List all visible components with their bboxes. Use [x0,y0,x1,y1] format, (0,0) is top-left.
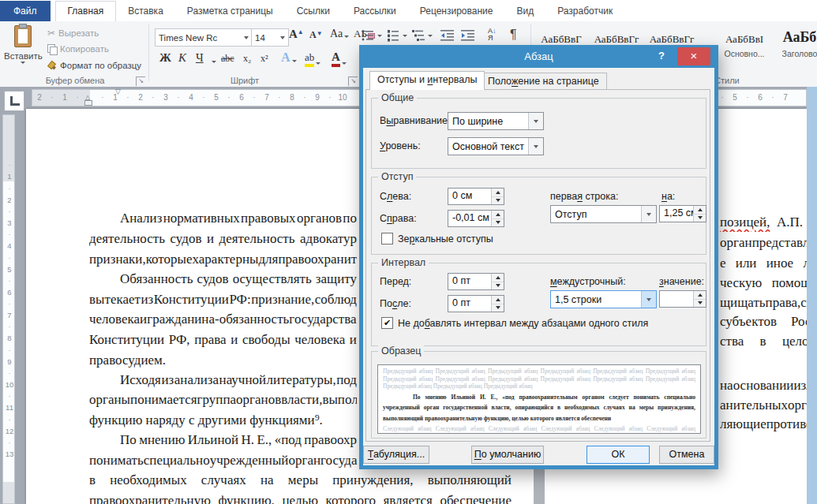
spin-down-button[interactable] [492,197,504,205]
dialog-tab-indents[interactable]: Отступы и интервалы [369,71,485,90]
tab-review[interactable]: Рецензирование [408,2,505,21]
superscript-button[interactable]: х² [260,53,268,65]
cut-button[interactable]: ✂ Вырезать [47,28,99,39]
font-family-combo[interactable]: Times New Rc [155,28,253,47]
chevron-down-icon [244,36,249,39]
outline-level-label: Уровень: [380,140,421,151]
sort-az-icon: А↓Я [488,27,497,42]
alignment-label: Выравнивание: [380,115,451,126]
highlight-color-button[interactable]: ab [305,51,320,67]
increase-indent-button[interactable] [461,29,475,44]
at-spinner[interactable] [659,290,706,308]
clipboard-group-label: Буфер обмена [24,76,126,85]
style-item-normal[interactable]: АаБбВвІОсновно... [718,33,770,68]
indent-left-spinner[interactable]: 0 см [448,188,504,205]
set-default-button[interactable]: По умолчанию [471,446,544,464]
tab-home[interactable]: Главная [55,1,117,21]
format-painter-icon [47,61,57,70]
by-spinner[interactable]: 1,25 см [659,205,706,222]
bullet-list-button[interactable] [362,29,382,43]
document-text-line: правосудием. [89,353,166,370]
paste-button[interactable]: Вставить [4,25,42,74]
space-after-spinner[interactable]: 0 пт [448,295,504,312]
spin-up-button[interactable] [492,189,504,197]
tab-view[interactable]: Вид [504,2,545,21]
sample-next-text: Следующий абзац Следующий абзац Следующи… [383,425,695,434]
vertical-scrollbar[interactable] [807,87,817,504]
spin-up-button[interactable] [492,296,504,304]
shrink-font-button[interactable]: А▼ [309,29,323,41]
close-icon[interactable]: × [677,47,710,65]
first-line-combo[interactable]: Отступ [550,205,657,223]
numbered-list-button[interactable] [387,29,407,43]
subscript-button[interactable]: х₂ [243,53,251,65]
tabs-button[interactable]: Табуляция... [363,446,429,464]
no-space-same-style-checkbox[interactable]: ✔ Не добавлять интервал между абзацами о… [381,317,648,329]
tab-mailings[interactable]: Рассылки [342,2,408,21]
change-case-button[interactable]: Аа [330,28,349,40]
document-text-line: функцию наряду с другими функциями⁹. [89,413,323,430]
multilevel-list-button[interactable] [412,29,433,43]
show-marks-button[interactable]: ¶ [510,28,517,42]
multilevel-list-icon [412,29,425,42]
font-color-button[interactable]: А [332,50,347,67]
spin-up-button[interactable] [694,291,706,300]
space-before-spinner[interactable]: 0 пт [448,273,504,290]
tab-page-layout[interactable]: Разметка страницы [175,2,285,21]
spin-down-button[interactable] [694,300,706,308]
chevron-down-icon[interactable] [528,113,543,129]
chevron-down-icon [280,36,285,39]
sort-button[interactable]: А↓Я [488,28,505,43]
scissors-icon: ✂ [47,28,55,39]
style-item-heading[interactable]: АаБбЗаголово [774,29,817,64]
font-dialog-launcher-icon[interactable]: ↘ [348,77,358,86]
chevron-down-icon[interactable] [641,291,656,308]
tab-developer[interactable]: Разработчик [545,2,624,21]
ok-button[interactable]: ОК [587,446,650,464]
first-line-label: первая строка: [550,191,618,202]
ribbon-tab-bar: Файл Главная Вставка Разметка страницы С… [0,0,817,22]
spin-up-button[interactable] [694,206,706,215]
spin-up-button[interactable] [492,274,504,282]
text-effects-button[interactable]: А [281,50,297,65]
outline-level-combo[interactable]: Основной текст [448,137,544,155]
spin-down-button[interactable] [492,304,504,312]
tab-insert[interactable]: Вставка [116,2,175,21]
strikethrough-button[interactable]: abc [221,53,234,65]
tab-references[interactable]: Ссылки [285,2,342,21]
tab-file[interactable]: Файл [0,1,51,21]
help-icon[interactable]: ? [658,50,665,62]
styles-group-label: Стили [714,76,762,85]
by-label: на: [661,191,675,202]
spin-down-button[interactable] [694,215,706,222]
bold-button[interactable]: Ж [159,51,171,65]
alignment-combo[interactable]: По ширине [448,112,544,130]
document-text-line-page2: щищатьправа,сво [720,295,817,312]
spin-down-button[interactable] [492,219,504,227]
italic-button[interactable]: К [178,51,186,65]
bullet-list-icon [362,29,374,42]
chevron-down-icon[interactable] [528,138,543,155]
general-caption: Общие [378,92,417,103]
underline-button[interactable]: Ч [196,51,204,65]
spin-up-button[interactable] [492,211,504,219]
decrease-indent-button[interactable] [440,29,455,44]
mirror-indents-checkbox[interactable]: Зеркальные отступы [381,233,493,245]
checkbox-icon [381,233,393,245]
chevron-down-icon[interactable] [641,206,656,222]
line-spacing-label: междустрочный: [550,276,626,287]
document-text-line: Анализнормативныхправовыхоргановпо [120,211,357,228]
grow-font-button[interactable]: А▲ [289,28,304,41]
clipboard-dialog-launcher-icon[interactable]: ↘ [136,77,145,86]
document-text-line-page2: анительныхорган [720,398,817,415]
spin-down-button[interactable] [492,282,504,290]
dialog-tab-line-breaks[interactable]: Положение на странице [480,73,607,90]
indent-right-spinner[interactable]: -0,01 см [448,210,504,227]
font-size-combo[interactable]: 14 [251,28,289,47]
document-text-line: правоохранительнуюфункцию,цельюкоторогоя… [89,493,512,504]
format-painter-button[interactable]: Формат по образцу [47,61,141,70]
document-text-line-page2: ляющиепротивод [720,416,817,434]
cancel-button[interactable]: Отмена [659,446,714,464]
line-spacing-combo[interactable]: 1,5 строки [550,290,657,308]
copy-button[interactable]: Копировать [47,44,109,54]
